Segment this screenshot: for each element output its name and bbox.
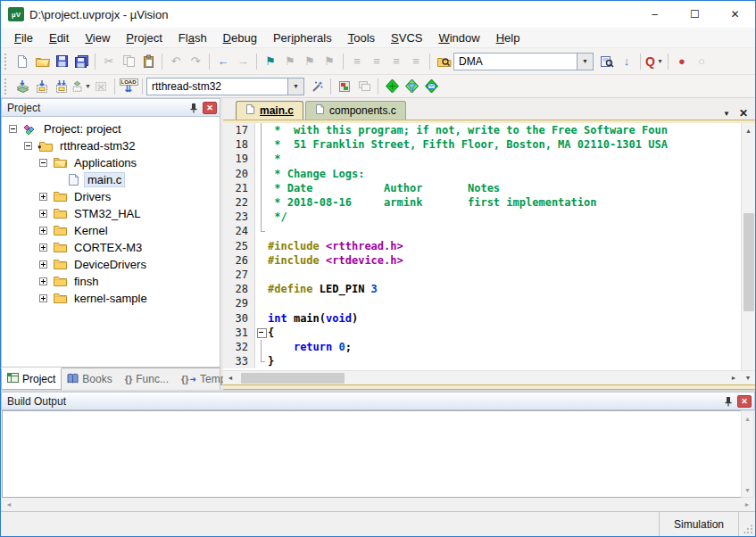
- undo-icon[interactable]: ↶: [166, 53, 186, 70]
- select-software-packs-icon[interactable]: [402, 78, 421, 95]
- fold-margin[interactable]: [255, 239, 268, 253]
- menu-project[interactable]: Project: [118, 29, 170, 46]
- scroll-up-icon[interactable]: ▲: [741, 411, 755, 425]
- tree-item-group-stm32-hal[interactable]: STM32_HAL: [2, 205, 220, 222]
- find-in-files-icon[interactable]: [434, 53, 453, 70]
- fold-margin[interactable]: [255, 296, 268, 310]
- search-input[interactable]: DMA: [453, 53, 577, 70]
- scroll-right-icon[interactable]: ►: [740, 498, 754, 512]
- save-icon[interactable]: [52, 53, 71, 70]
- previous-bookmark-icon[interactable]: ⚑: [280, 53, 300, 70]
- horizontal-scrollbar[interactable]: ◄ ► ▼: [223, 370, 755, 384]
- menu-svcs[interactable]: SVCS: [383, 29, 430, 46]
- scroll-left-icon[interactable]: ◄: [2, 498, 16, 512]
- menu-peripherals[interactable]: Peripherals: [265, 29, 340, 46]
- vertical-scrollbar[interactable]: ▲: [741, 123, 755, 370]
- fold-margin[interactable]: [255, 210, 268, 224]
- fold-margin[interactable]: [255, 326, 268, 340]
- insert-breakpoint-icon[interactable]: ●: [672, 53, 692, 70]
- fold-margin[interactable]: [255, 253, 268, 268]
- open-file-icon[interactable]: [32, 53, 52, 70]
- pin-icon[interactable]: [722, 395, 735, 408]
- navigate-forward-icon[interactable]: →: [233, 53, 253, 70]
- build-icon[interactable]: [32, 78, 52, 95]
- collapse-icon[interactable]: [9, 125, 17, 133]
- pin-icon[interactable]: [187, 102, 200, 114]
- code-editor[interactable]: 17 * with this program; if not, write to…: [223, 123, 741, 370]
- fold-margin[interactable]: [255, 268, 268, 282]
- stop-build-icon[interactable]: [91, 78, 111, 95]
- quick-find-icon[interactable]: Q▼: [644, 53, 664, 70]
- download-icon[interactable]: LOAD⇊: [119, 78, 138, 95]
- fold-margin[interactable]: [255, 137, 268, 152]
- vertical-scrollbar[interactable]: ▲ ▼: [741, 410, 754, 498]
- expand-icon[interactable]: [39, 277, 47, 285]
- menu-edit[interactable]: Edit: [41, 29, 77, 46]
- options-wand-icon[interactable]: [307, 78, 327, 95]
- new-file-icon[interactable]: [12, 53, 32, 70]
- close-document-icon[interactable]: ✕: [739, 107, 748, 120]
- resize-grip[interactable]: [739, 512, 755, 536]
- collapse-icon[interactable]: [39, 159, 47, 167]
- build-output-content[interactable]: [2, 410, 741, 498]
- next-bookmark-icon[interactable]: ⚑: [300, 53, 320, 70]
- tree-item-group-cortex-m3[interactable]: CORTEX-M3: [2, 239, 220, 256]
- scroll-left-icon[interactable]: ◄: [223, 371, 237, 385]
- fold-margin[interactable]: [255, 195, 268, 210]
- tree-item-file-main-c[interactable]: main.c: [2, 171, 220, 188]
- save-all-icon[interactable]: [71, 53, 91, 70]
- tree-item-group-finsh[interactable]: finsh: [2, 273, 220, 290]
- expand-icon[interactable]: [39, 260, 47, 268]
- close-panel-icon[interactable]: ✕: [737, 395, 752, 408]
- navigate-back-icon[interactable]: ←: [213, 53, 233, 70]
- indent-icon[interactable]: ≡: [347, 53, 367, 70]
- menu-window[interactable]: Window: [430, 29, 487, 46]
- manage-rte-icon[interactable]: [382, 78, 402, 95]
- incremental-find-icon[interactable]: ↓: [617, 53, 636, 70]
- fold-margin[interactable]: [255, 167, 268, 181]
- close-button[interactable]: ✕: [715, 1, 755, 28]
- scroll-down-icon[interactable]: ▼: [741, 371, 755, 385]
- tree-item-group-kernel-sample[interactable]: kernel-sample: [2, 290, 220, 307]
- close-panel-icon[interactable]: ✕: [203, 102, 217, 114]
- menu-debug[interactable]: Debug: [215, 29, 265, 46]
- fold-margin[interactable]: [255, 310, 268, 325]
- scroll-up-icon[interactable]: ▲: [742, 123, 756, 137]
- tree-item-project-root[interactable]: Project: project: [2, 120, 220, 137]
- tab-components-c[interactable]: components.c: [305, 101, 406, 120]
- scrollbar-thumb[interactable]: [241, 373, 345, 384]
- outdent-icon[interactable]: ≡: [367, 53, 386, 70]
- fold-margin[interactable]: [255, 224, 268, 238]
- bookmark-icon[interactable]: ⚑: [261, 53, 280, 70]
- batch-build-icon[interactable]: ▼: [71, 78, 91, 95]
- tab-functions[interactable]: {} Func...: [120, 368, 174, 390]
- expand-icon[interactable]: [39, 244, 47, 252]
- fold-margin[interactable]: [255, 340, 268, 354]
- menu-file[interactable]: File: [6, 29, 41, 46]
- uncomment-icon[interactable]: ≡: [406, 53, 426, 70]
- clear-bookmarks-icon[interactable]: ⚑: [320, 53, 339, 70]
- tree-item-group-applications[interactable]: Applications: [2, 154, 220, 171]
- fold-margin[interactable]: [255, 181, 268, 195]
- target-select-value[interactable]: rtthread-stm32: [146, 78, 287, 95]
- toolbar-grip[interactable]: [4, 78, 10, 95]
- tree-item-group-devicedrivers[interactable]: DeviceDrivers: [2, 256, 220, 273]
- scroll-right-icon[interactable]: ►: [727, 371, 741, 385]
- maximize-button[interactable]: ☐: [675, 1, 715, 28]
- comment-icon[interactable]: ≡: [386, 53, 406, 70]
- fold-margin[interactable]: [255, 123, 268, 137]
- menu-view[interactable]: View: [77, 29, 118, 46]
- tab-main-c[interactable]: main.c: [236, 101, 303, 120]
- expand-icon[interactable]: [39, 193, 47, 201]
- copy-icon[interactable]: [119, 53, 138, 70]
- tab-books[interactable]: Books: [62, 368, 117, 390]
- horizontal-scrollbar[interactable]: ◄ ►: [2, 498, 754, 511]
- menu-flash[interactable]: Flash: [170, 29, 215, 46]
- fold-margin[interactable]: [255, 354, 268, 368]
- fold-margin[interactable]: [255, 282, 268, 296]
- rebuild-icon[interactable]: [52, 78, 71, 95]
- scrollbar-thumb[interactable]: [744, 213, 754, 311]
- tab-project[interactable]: Project: [1, 368, 62, 390]
- expand-icon[interactable]: [39, 227, 47, 235]
- find-icon[interactable]: [597, 53, 617, 70]
